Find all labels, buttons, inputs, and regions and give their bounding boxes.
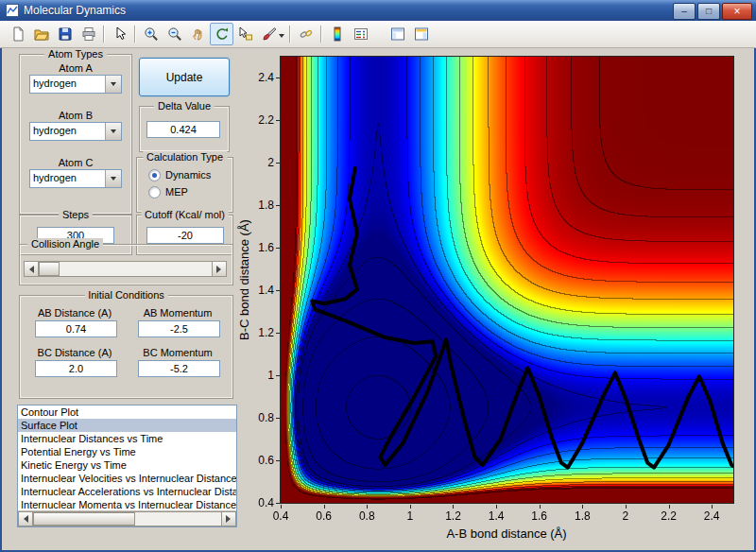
data-cursor-icon[interactable] xyxy=(233,23,257,45)
list-item[interactable]: Internuclear Accelerations vs Internucle… xyxy=(18,485,236,498)
show-plot-tools-icon[interactable] xyxy=(409,23,433,45)
x-tick-mark xyxy=(281,505,282,509)
right-arrow-icon xyxy=(216,266,225,273)
y-tick-mark xyxy=(276,290,280,291)
axes-box xyxy=(280,56,734,504)
ab-distance-field[interactable]: 0.74 xyxy=(35,320,117,337)
titlebar[interactable]: Molecular Dynamics – □ × xyxy=(0,0,756,21)
collision-angle-title: Collision Angle xyxy=(27,238,103,250)
y-tick-mark xyxy=(276,163,280,164)
bc-distance-field[interactable]: 2.0 xyxy=(35,360,117,377)
collision-angle-slider[interactable] xyxy=(24,261,227,277)
y-tick-label: 0.8 xyxy=(242,411,274,424)
rotate-3d-icon[interactable] xyxy=(210,23,233,45)
x-tick-mark xyxy=(410,505,411,509)
x-tick-label: 0.4 xyxy=(266,509,295,523)
radio-dynamics-label: Dynamics xyxy=(161,169,211,181)
delta-value-panel: Delta Value 0.424 xyxy=(139,106,230,152)
atom-a-dropdown-button[interactable] xyxy=(105,76,121,93)
brush-dropdown-icon[interactable] xyxy=(279,34,284,41)
link-plot-icon[interactable] xyxy=(294,23,318,45)
minimize-button[interactable]: – xyxy=(673,3,696,20)
save-figure-icon[interactable] xyxy=(53,23,77,45)
atom-c-dropdown-button[interactable] xyxy=(105,170,121,187)
listbox-horizontal-scrollbar[interactable] xyxy=(18,510,236,526)
atom-c-label: Atom C xyxy=(20,157,131,168)
scroll-right-button[interactable] xyxy=(221,511,236,526)
atom-types-panel: Atom Types Atom A hydrogen Atom B hydrog… xyxy=(19,54,132,215)
list-item[interactable]: Internuclear Velocities vs Internuclear … xyxy=(18,472,236,485)
slider-thumb[interactable] xyxy=(39,262,60,276)
app-icon xyxy=(6,4,19,17)
update-button[interactable]: Update xyxy=(139,58,230,96)
toolbar-separator xyxy=(103,26,105,43)
list-item[interactable]: Internuclear Momenta vs Internuclear Dis… xyxy=(18,498,236,511)
radio-dynamics[interactable] xyxy=(148,169,161,181)
open-file-icon[interactable] xyxy=(29,23,53,45)
ab-momentum-field[interactable]: -2.5 xyxy=(138,320,220,337)
initial-conditions-panel: Initial Conditions AB Distance (A) AB Mo… xyxy=(19,295,233,399)
bc-momentum-label: BC Momentum xyxy=(130,347,225,358)
y-tick-mark xyxy=(276,205,280,206)
atom-a-value: hydrogen xyxy=(33,78,77,89)
scroll-track[interactable] xyxy=(33,511,221,526)
maximize-button[interactable]: □ xyxy=(697,3,720,20)
x-tick-mark xyxy=(540,505,541,509)
toolbar-separator xyxy=(134,26,136,43)
atom-b-value: hydrogen xyxy=(33,125,77,136)
pan-hand-icon[interactable] xyxy=(186,23,210,45)
steps-title: Steps xyxy=(59,209,93,221)
cutoff-field[interactable]: -20 xyxy=(146,227,224,244)
y-tick-mark xyxy=(276,333,280,334)
atom-a-label: Atom A xyxy=(20,62,131,74)
atom-b-select[interactable]: hydrogen xyxy=(29,122,122,141)
edit-plot-icon[interactable] xyxy=(108,23,131,45)
list-item[interactable]: Contour Plot xyxy=(18,405,236,419)
chevron-down-icon xyxy=(111,177,116,183)
toolbar-separator xyxy=(320,26,322,43)
close-button[interactable]: × xyxy=(722,3,752,20)
atom-c-select[interactable]: hydrogen xyxy=(29,169,122,188)
atom-a-select[interactable]: hydrogen xyxy=(29,75,122,94)
list-item[interactable]: Potential Energy vs Time xyxy=(18,445,236,458)
insert-legend-icon[interactable] xyxy=(349,23,372,45)
x-tick-label: 0.6 xyxy=(310,509,338,523)
contour-plot-canvas[interactable] xyxy=(281,57,733,503)
collision-angle-panel: Collision Angle xyxy=(19,244,233,285)
toolbar-separator xyxy=(289,26,291,43)
plot-type-listbox: Contour Plot Surface Plot Internuclear D… xyxy=(17,405,237,527)
x-tick-label: 2 xyxy=(611,509,640,523)
zoom-out-icon[interactable] xyxy=(163,23,186,45)
zoom-in-icon[interactable] xyxy=(139,23,163,45)
y-tick-label: 1.4 xyxy=(242,284,274,297)
bc-momentum-field[interactable]: -5.2 xyxy=(138,360,220,377)
x-tick-mark xyxy=(626,505,627,509)
molecular-dynamics-window: { "window": { "title": "Molecular Dynami… xyxy=(0,0,756,552)
left-arrow-icon xyxy=(20,515,28,523)
list-item[interactable]: Internuclear Distances vs Time xyxy=(18,432,236,445)
x-axis-label: A-B bond distance (Å) xyxy=(446,526,566,541)
slider-track[interactable] xyxy=(39,261,212,277)
print-figure-icon[interactable] xyxy=(77,23,100,45)
plot-region: A-B bond distance (Å) B-C bond distance … xyxy=(236,47,756,552)
radio-mep[interactable] xyxy=(148,186,161,198)
calculation-type-panel: Calculation Type Dynamics MEP xyxy=(136,157,233,213)
hide-plot-tools-icon[interactable] xyxy=(386,23,409,45)
calculation-type-title: Calculation Type xyxy=(143,151,227,164)
slider-left-arrow[interactable] xyxy=(24,261,39,277)
slider-right-arrow[interactable] xyxy=(212,261,227,277)
list-item-selected[interactable]: Surface Plot xyxy=(18,419,236,432)
y-tick-mark xyxy=(276,78,280,78)
x-tick-label: 1.4 xyxy=(482,509,510,523)
list-item[interactable]: Kinetic Energy vs Time xyxy=(18,458,236,472)
brush-data-icon[interactable] xyxy=(257,23,281,45)
scroll-left-button[interactable] xyxy=(18,511,33,526)
new-figure-icon[interactable] xyxy=(6,23,29,45)
x-tick-label: 1.6 xyxy=(525,509,554,523)
atom-b-dropdown-button[interactable] xyxy=(105,123,121,140)
radio-mep-label: MEP xyxy=(161,186,188,198)
y-tick-label: 2.4 xyxy=(242,71,274,84)
delta-value-field[interactable]: 0.424 xyxy=(146,121,220,138)
insert-colorbar-icon[interactable] xyxy=(325,23,349,45)
scroll-thumb[interactable] xyxy=(33,512,135,526)
